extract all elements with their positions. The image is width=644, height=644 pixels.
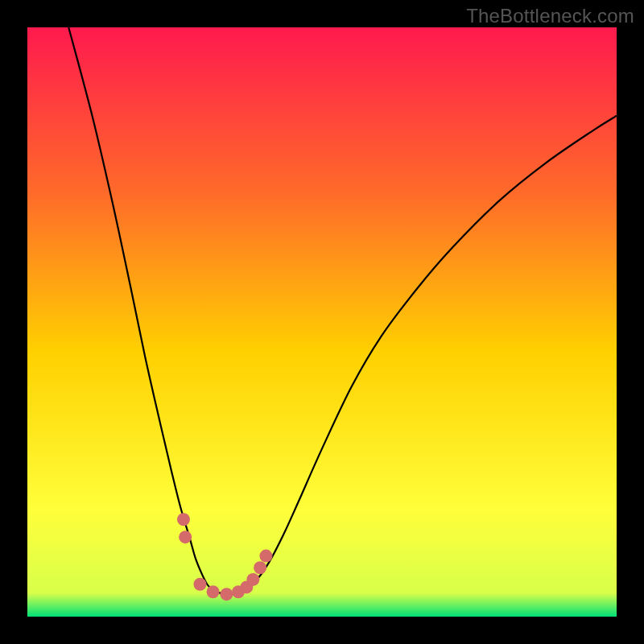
marker-dot	[177, 513, 190, 526]
marker-dot	[254, 561, 266, 574]
marker-dot	[179, 530, 192, 543]
gradient-background	[27, 27, 617, 617]
marker-dot	[207, 585, 220, 598]
marker-dot	[220, 588, 233, 601]
marker-dot	[259, 550, 272, 563]
plot-area	[27, 27, 617, 617]
chart-frame: TheBottleneck.com	[0, 0, 644, 644]
marker-dot	[246, 573, 259, 586]
watermark-text: TheBottleneck.com	[466, 5, 634, 27]
chart-svg	[27, 27, 617, 617]
marker-dot	[193, 578, 206, 591]
